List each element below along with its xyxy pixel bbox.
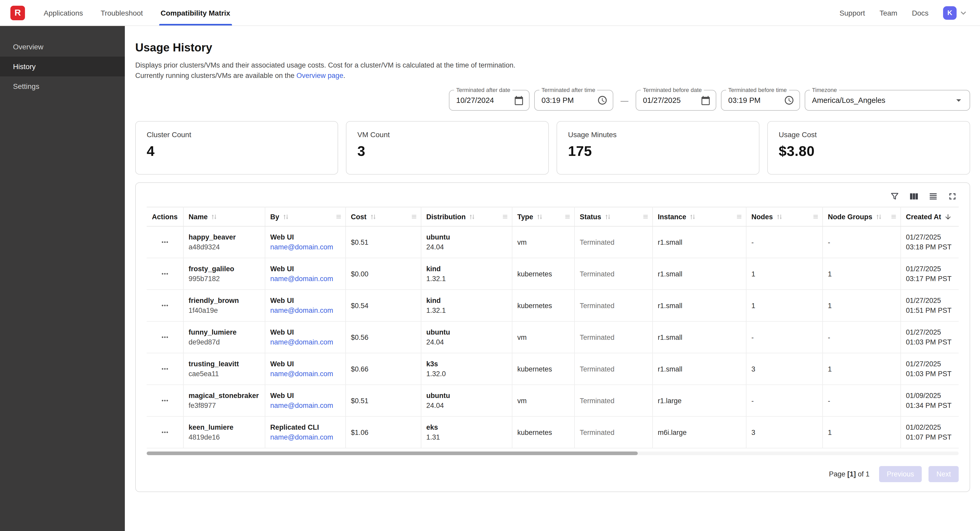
sidebar-item-overview[interactable]: Overview bbox=[0, 37, 125, 57]
col-header-instance[interactable]: Instance bbox=[652, 207, 746, 226]
nav-item-troubleshoot[interactable]: Troubleshoot bbox=[101, 0, 143, 25]
density-icon-button[interactable] bbox=[928, 191, 939, 201]
more-horiz-icon bbox=[160, 301, 170, 310]
created-by: Web UI bbox=[270, 233, 340, 241]
distribution-name: ubuntu bbox=[426, 328, 506, 336]
col-header-created-at[interactable]: Created At bbox=[900, 207, 959, 226]
terminated-before-time-field[interactable]: Terminated before time 03:19 PM bbox=[721, 90, 800, 111]
table-row: keen_lumiere 4819de16 Replicated CLI nam… bbox=[147, 417, 959, 448]
row-actions-button[interactable] bbox=[158, 426, 172, 439]
created-time: 03:17 PM PST bbox=[906, 274, 953, 284]
col-header-cost[interactable]: Cost bbox=[345, 207, 421, 226]
col-header-name[interactable]: Name bbox=[183, 207, 265, 226]
cost-value: $0.51 bbox=[351, 238, 369, 246]
column-menu-icon[interactable] bbox=[890, 213, 897, 220]
distribution-name: ubuntu bbox=[426, 233, 506, 241]
email-link[interactable]: name@domain.com bbox=[270, 306, 333, 314]
column-menu-icon[interactable] bbox=[410, 213, 417, 220]
created-time: 01:03 PM PST bbox=[906, 369, 953, 379]
col-header-nodes[interactable]: Nodes bbox=[746, 207, 822, 226]
row-actions-button[interactable] bbox=[158, 394, 172, 407]
terminated-after-date-field[interactable]: Terminated after date 10/27/2024 bbox=[449, 90, 530, 111]
avatar[interactable]: K bbox=[943, 6, 956, 19]
email-link[interactable]: name@domain.com bbox=[270, 433, 333, 441]
status-badge: Terminated bbox=[580, 238, 614, 246]
nav-item-applications[interactable]: Applications bbox=[44, 0, 83, 25]
column-menu-icon[interactable] bbox=[642, 213, 649, 220]
email-link[interactable]: name@domain.com bbox=[270, 275, 333, 283]
account-menu[interactable]: K bbox=[943, 6, 969, 19]
next-button[interactable]: Next bbox=[929, 466, 959, 482]
row-actions-button[interactable] bbox=[158, 299, 172, 312]
stat-card-cluster-count: Cluster Count 4 bbox=[135, 121, 338, 174]
cluster-id: a48d9324 bbox=[189, 243, 259, 251]
table-toolbar bbox=[147, 187, 959, 207]
email-link[interactable]: name@domain.com bbox=[270, 370, 333, 378]
row-actions-button[interactable] bbox=[158, 330, 172, 344]
sort-icon bbox=[605, 213, 611, 220]
terminated-before-date-field[interactable]: Terminated before date 01/27/2025 bbox=[636, 90, 716, 111]
row-actions-button[interactable] bbox=[158, 362, 172, 376]
column-menu-icon[interactable] bbox=[812, 213, 819, 220]
nodes-value: 3 bbox=[751, 428, 755, 436]
col-header-distribution[interactable]: Distribution bbox=[421, 207, 512, 226]
table-row: frosty_galileo 995b7182 Web UI name@doma… bbox=[147, 258, 959, 290]
col-header-status[interactable]: Status bbox=[574, 207, 652, 226]
nav-item-compatibility-matrix[interactable]: Compatibility Matrix bbox=[161, 0, 230, 25]
created-date: 01/27/2025 bbox=[906, 296, 953, 306]
instance-value: r1.large bbox=[658, 397, 682, 404]
col-header-by[interactable]: By bbox=[265, 207, 345, 226]
sidebar-item-settings[interactable]: Settings bbox=[0, 76, 125, 96]
calendar-icon[interactable] bbox=[514, 95, 524, 105]
nodes-value: 1 bbox=[751, 302, 755, 309]
row-actions-button[interactable] bbox=[158, 235, 172, 249]
distribution-version: 1.32.1 bbox=[426, 306, 506, 314]
email-link[interactable]: name@domain.com bbox=[270, 243, 333, 251]
column-menu-icon[interactable] bbox=[563, 213, 571, 220]
email-link[interactable]: name@domain.com bbox=[270, 402, 333, 409]
more-horiz-icon bbox=[160, 238, 170, 247]
distribution-version: 24.04 bbox=[426, 338, 506, 346]
dropdown-caret-icon[interactable] bbox=[953, 95, 964, 106]
status-badge: Terminated bbox=[580, 365, 614, 373]
fullscreen-icon-button[interactable] bbox=[947, 191, 958, 201]
col-header-node-groups[interactable]: Node Groups bbox=[822, 207, 900, 226]
horizontal-scrollbar bbox=[147, 452, 959, 455]
app-logo-letter: R bbox=[14, 8, 21, 18]
column-menu-icon[interactable] bbox=[335, 213, 342, 220]
nav-link-support[interactable]: Support bbox=[840, 9, 865, 17]
top-navbar: R Applications Troubleshoot Compatibilit… bbox=[0, 0, 980, 26]
timezone-select[interactable]: Timezone America/Los_Angeles bbox=[805, 90, 970, 111]
cluster-id: fe3f8977 bbox=[189, 402, 259, 409]
distribution-version: 24.04 bbox=[426, 243, 506, 251]
row-actions-button[interactable] bbox=[158, 267, 172, 281]
col-header-type[interactable]: Type bbox=[512, 207, 574, 226]
created-date: 01/27/2025 bbox=[906, 264, 953, 274]
column-menu-icon[interactable] bbox=[501, 213, 509, 220]
overview-page-link[interactable]: Overview page bbox=[296, 72, 343, 79]
calendar-icon[interactable] bbox=[701, 95, 711, 105]
columns-icon-button[interactable] bbox=[909, 191, 919, 201]
nav-link-docs[interactable]: Docs bbox=[912, 9, 929, 17]
previous-button[interactable]: Previous bbox=[879, 466, 922, 482]
sort-icon bbox=[776, 213, 783, 220]
terminated-after-time-field[interactable]: Terminated after time 03:19 PM bbox=[534, 90, 613, 111]
clock-icon[interactable] bbox=[784, 95, 794, 105]
filter-icon-button[interactable] bbox=[889, 191, 900, 201]
nav-link-team[interactable]: Team bbox=[880, 9, 897, 17]
email-link[interactable]: name@domain.com bbox=[270, 338, 333, 346]
sort-icon bbox=[369, 213, 376, 220]
clock-icon[interactable] bbox=[597, 95, 608, 105]
cost-value: $0.66 bbox=[351, 365, 369, 373]
sidebar-item-history[interactable]: History bbox=[0, 57, 125, 76]
node-groups-value: - bbox=[828, 397, 830, 404]
app-logo[interactable]: R bbox=[10, 5, 25, 20]
page-info: Page [1] of 1 bbox=[829, 470, 869, 478]
column-menu-icon[interactable] bbox=[735, 213, 743, 220]
main-content: Usage History Displays prior clusters/VM… bbox=[125, 26, 980, 531]
more-horiz-icon bbox=[160, 428, 170, 437]
scrollbar-thumb[interactable] bbox=[147, 452, 638, 455]
created-time: 01:51 PM PST bbox=[906, 306, 953, 315]
node-groups-value: 1 bbox=[828, 365, 832, 373]
nodes-value: 3 bbox=[751, 365, 755, 373]
